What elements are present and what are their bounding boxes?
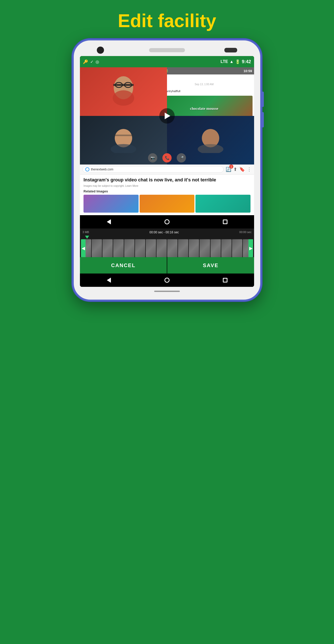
camera-toggle-button[interactable]: 📷 xyxy=(148,153,157,162)
frame-15 xyxy=(232,239,242,257)
android-nav-inner xyxy=(80,215,254,228)
food-label: chocolate mousse xyxy=(190,106,218,111)
trim-handle-left[interactable]: ◀ xyxy=(81,239,86,257)
frame-13 xyxy=(211,239,221,257)
front-camera xyxy=(97,47,104,54)
circle-icon: ◎ xyxy=(96,59,99,64)
position-arrow-icon xyxy=(85,236,89,239)
back-icon-bottom xyxy=(107,278,111,283)
lock-icon: 🔑 xyxy=(83,59,88,64)
recents-button-inner[interactable] xyxy=(221,217,230,226)
front-sensor xyxy=(224,48,237,52)
face-sim-1 xyxy=(80,67,167,116)
timeline-frames xyxy=(80,239,254,257)
instagram-post: Sep 13, 1:00 AM pantryhalffull chocolate… xyxy=(167,81,254,116)
date-sep13: Sep 13, 1:00 AM xyxy=(167,82,253,86)
page-title: Edit facility xyxy=(118,10,216,31)
article-meta: Images may be subject to copyright. Lear… xyxy=(84,184,251,187)
insta-username: pantryhalffull xyxy=(167,90,180,93)
home-button-inner[interactable] xyxy=(162,217,172,226)
recents-icon-bottom xyxy=(223,278,227,282)
related-image-1[interactable] xyxy=(84,195,139,213)
time-end-label: 00:00 sec xyxy=(239,231,252,234)
browser-action-icons: 🔄 1 ⬆ 🔖 ⋮ xyxy=(226,167,252,172)
frame-3 xyxy=(102,239,113,257)
share-icon[interactable]: ⬆ xyxy=(233,167,237,172)
check-icon: ✓ xyxy=(90,59,93,64)
browser-inner-statusbar: ⊞ LTE 🔋 10:59 xyxy=(167,67,254,74)
video-call-area: ⊞ LTE 🔋 10:59 ✕ Sep 13, 1:00 AM pantryha… xyxy=(80,67,254,165)
globe-icon xyxy=(85,167,89,171)
save-button[interactable]: SAVE xyxy=(167,257,254,274)
end-call-button[interactable]: 📞 xyxy=(162,153,172,162)
frame-11 xyxy=(189,239,199,257)
phone-screen: 🔑 ✓ ◎ LTE ▲ 🔋 9:42 xyxy=(80,56,254,287)
svg-rect-7 xyxy=(113,135,134,136)
home-button-bottom[interactable] xyxy=(162,276,172,285)
svg-point-6 xyxy=(111,144,136,153)
inner-status-icons: ⊞ LTE 🔋 xyxy=(167,69,169,73)
refresh-icon[interactable]: 🔄 1 xyxy=(226,167,231,172)
svg-rect-1 xyxy=(113,84,134,86)
clock: 9:42 xyxy=(242,59,251,64)
call-controls: 📷 📞 🎤 xyxy=(80,153,254,162)
signal-icon: ▲ xyxy=(229,59,234,64)
trim-left-arrow: ◀ xyxy=(82,246,85,251)
back-button-bottom[interactable] xyxy=(104,276,113,285)
recents-icon xyxy=(223,220,227,224)
status-bar: 🔑 ✓ ◎ LTE ▲ 🔋 9:42 xyxy=(80,56,254,67)
trim-handle-right[interactable]: ▶ xyxy=(248,239,253,257)
frame-10 xyxy=(178,239,188,257)
phone-bottom-bezel xyxy=(81,291,253,292)
more-options-icon[interactable]: ⋮ xyxy=(247,167,252,172)
status-icons-left: 🔑 ✓ ◎ xyxy=(83,59,99,64)
time-range-label: 00:00 sec - 00:16 sec xyxy=(150,231,179,234)
file-size-label: 3 MB xyxy=(82,231,89,234)
frame-2 xyxy=(92,239,102,257)
timeline-strip[interactable]: ◀ ▶ xyxy=(80,239,254,257)
url-text: thenextweb.com xyxy=(91,168,113,171)
battery-icon: 🔋 xyxy=(235,59,240,64)
volume-button-2[interactable] xyxy=(262,112,264,127)
frame-9 xyxy=(167,239,178,257)
frame-6 xyxy=(135,239,145,257)
frame-8 xyxy=(156,239,167,257)
related-image-2[interactable] xyxy=(140,195,195,213)
recents-button-bottom[interactable] xyxy=(221,276,230,285)
svg-point-4 xyxy=(113,90,134,106)
browser-content-area: thenextweb.com 🔄 1 ⬆ 🔖 ⋮ Instagram's gro… xyxy=(80,165,254,215)
back-button-inner[interactable] xyxy=(104,217,113,226)
frame-4 xyxy=(113,239,123,257)
video-participant-1 xyxy=(80,67,167,116)
frame-7 xyxy=(146,239,156,257)
mic-toggle-button[interactable]: 🎤 xyxy=(177,153,186,162)
frame-12 xyxy=(200,239,210,257)
cancel-button[interactable]: CANCEL xyxy=(80,257,167,274)
browser-url-bar[interactable]: thenextweb.com xyxy=(82,166,224,173)
phone-top-bezel xyxy=(81,48,253,52)
volume-button-1[interactable] xyxy=(262,92,264,107)
lte-label: LTE xyxy=(221,59,228,64)
android-nav-bottom xyxy=(80,274,254,287)
back-icon xyxy=(107,219,111,224)
related-images-row xyxy=(84,195,251,213)
video-cell-browser: ⊞ LTE 🔋 10:59 ✕ Sep 13, 1:00 AM pantryha… xyxy=(167,67,254,116)
inner-clock: 10:59 xyxy=(244,69,252,73)
phone-shell: 🔑 ✓ ◎ LTE ▲ 🔋 9:42 xyxy=(72,39,262,301)
position-indicator xyxy=(80,236,254,239)
notification-badge: 1 xyxy=(229,165,233,169)
timeline-section: 3 MB 00:00 sec - 00:16 sec 00:00 sec xyxy=(80,228,254,257)
home-indicator-bar xyxy=(154,291,180,292)
frame-14 xyxy=(221,239,232,257)
browser-close-button[interactable]: ✕ xyxy=(249,75,252,80)
insta-food-image: chocolate mousse xyxy=(167,96,253,116)
article-title: Instagram's group video chat is now live… xyxy=(84,177,251,183)
status-right: LTE ▲ 🔋 9:42 xyxy=(221,59,251,64)
time-labels-row: 3 MB 00:00 sec - 00:16 sec 00:00 sec xyxy=(80,231,254,234)
related-image-3[interactable] xyxy=(195,195,251,213)
play-button[interactable] xyxy=(159,108,175,124)
bookmark-icon[interactable]: 🔖 xyxy=(239,167,245,172)
frame-5 xyxy=(124,239,134,257)
related-label: Related Images xyxy=(84,189,251,193)
home-icon-bottom xyxy=(164,278,170,283)
